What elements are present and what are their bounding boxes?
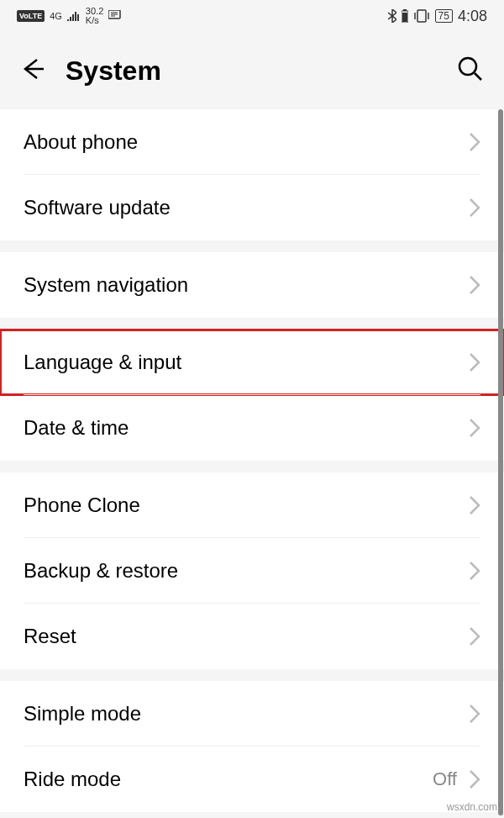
chevron-right-icon	[469, 769, 480, 789]
chevron-right-icon	[469, 418, 480, 438]
settings-item-label: System navigation	[24, 273, 469, 297]
svg-rect-6	[402, 13, 407, 22]
vibrate-icon	[413, 9, 430, 23]
data-speed: 30.2 K/s	[86, 7, 103, 25]
settings-item[interactable]: About phone	[0, 109, 504, 175]
status-left: VoLTE 4G 30.2 K/s	[17, 7, 122, 25]
battery2-icon	[402, 9, 408, 23]
settings-item[interactable]: Backup & restore	[0, 538, 504, 604]
chevron-right-icon	[469, 198, 480, 218]
settings-item-label: Simple mode	[24, 702, 469, 726]
settings-item-label: Ride mode	[24, 768, 433, 791]
settings-item-label: Software update	[24, 196, 469, 219]
settings-group: Simple modeRide modeOff	[0, 681, 504, 812]
volte-badge: VoLTE	[17, 10, 45, 22]
settings-item-label: Reset	[24, 625, 469, 648]
settings-group: Language & inputDate & time	[0, 330, 504, 461]
svg-line-11	[475, 73, 481, 80]
search-icon	[457, 55, 484, 82]
chevron-right-icon	[469, 626, 480, 646]
settings-item[interactable]: Date & time	[0, 395, 504, 461]
settings-item[interactable]: Phone Clone	[0, 472, 504, 538]
settings-item[interactable]: Reset	[0, 604, 504, 669]
chevron-right-icon	[469, 275, 480, 295]
settings-item[interactable]: Software update	[0, 175, 504, 240]
settings-item-label: Phone Clone	[24, 493, 469, 517]
page-title: System	[66, 55, 437, 87]
status-right: 75 4:08	[388, 8, 487, 25]
settings-item-value: Off	[433, 768, 457, 790]
back-arrow-icon	[20, 56, 45, 82]
svg-rect-5	[403, 9, 407, 11]
settings-item[interactable]: System navigation	[0, 252, 504, 318]
chevron-right-icon	[469, 132, 480, 152]
search-button[interactable]	[457, 55, 484, 86]
battery-level: 75	[435, 9, 453, 23]
settings-item[interactable]: Language & input	[0, 330, 504, 395]
network-label: 4G	[50, 11, 62, 21]
svg-rect-7	[417, 10, 426, 22]
sms-icon	[108, 10, 122, 22]
settings-group: About phoneSoftware update	[0, 109, 504, 240]
clock: 4:08	[458, 8, 487, 25]
settings-item-label: Date & time	[24, 416, 469, 440]
chevron-right-icon	[469, 352, 480, 372]
bluetooth-icon	[388, 9, 396, 23]
settings-item[interactable]: Ride modeOff	[0, 747, 504, 812]
settings-item-label: Language & input	[24, 351, 469, 374]
scrollbar[interactable]	[498, 109, 503, 815]
signal-icon	[67, 11, 81, 21]
settings-list: About phoneSoftware updateSystem navigat…	[0, 109, 504, 812]
settings-group: System navigation	[0, 252, 504, 318]
settings-group: Phone CloneBackup & restoreReset	[0, 472, 504, 669]
settings-item-label: Backup & restore	[24, 559, 469, 583]
watermark: wsxdn.com	[447, 801, 497, 813]
status-bar: VoLTE 4G 30.2 K/s 75 4:08	[0, 0, 504, 32]
chevron-right-icon	[469, 561, 480, 581]
chevron-right-icon	[469, 495, 480, 515]
svg-point-10	[459, 58, 476, 75]
settings-item[interactable]: Simple mode	[0, 681, 504, 747]
header: System	[0, 32, 504, 109]
settings-item-label: About phone	[24, 130, 469, 154]
chevron-right-icon	[469, 704, 480, 724]
back-button[interactable]	[20, 56, 45, 85]
